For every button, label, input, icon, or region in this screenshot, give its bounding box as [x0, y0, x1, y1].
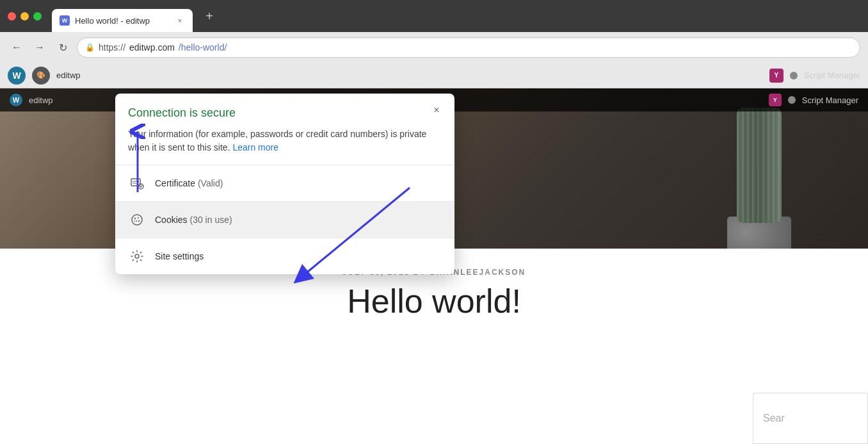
refresh-button[interactable]: ↻ — [54, 38, 72, 56]
plant-body — [737, 108, 782, 223]
url-domain: editwp.com — [129, 42, 175, 53]
traffic-lights — [8, 12, 42, 21]
svg-point-9 — [136, 220, 137, 222]
svg-point-7 — [134, 218, 136, 219]
site-wp-icon: W — [10, 94, 22, 106]
post-title: Hello world! — [347, 282, 521, 320]
svg-point-12 — [135, 254, 139, 258]
security-popup: × Connection is secure Your information … — [115, 94, 454, 274]
search-placeholder: Sear — [763, 413, 785, 424]
popup-description: Your information (for example, passwords… — [128, 127, 442, 154]
svg-point-11 — [134, 220, 135, 222]
website-body: July 30, 2018 by BrianLeeJackson Hello w… — [0, 249, 868, 444]
status-dot — [790, 72, 798, 79]
wordpress-icon[interactable]: W — [8, 67, 26, 85]
site-yoast-icon: Y — [769, 94, 782, 106]
popup-title: Connection is secure — [128, 106, 442, 120]
browser-tab[interactable]: W Hello world! - editwp × — [52, 9, 193, 32]
arrow-up — [125, 122, 150, 201]
svg-point-10 — [138, 220, 140, 222]
certificate-label: Certificate (Valid) — [155, 178, 223, 188]
site-status-dot — [788, 96, 796, 104]
cookies-icon — [128, 211, 146, 229]
maximize-traffic-light[interactable] — [33, 12, 42, 21]
cookies-label: Cookies (30 in use) — [155, 215, 232, 225]
forward-button[interactable]: → — [31, 38, 49, 56]
site-script-manager: Script Manager — [802, 95, 858, 105]
learn-more-link[interactable]: Learn more — [232, 142, 278, 152]
svg-point-8 — [138, 217, 139, 218]
site-name-toolbar: editwp — [29, 95, 53, 105]
tab-favicon: W — [60, 15, 70, 26]
address-bar[interactable]: 🔒 https://editwp.com/hello-world/ — [77, 37, 860, 58]
certificate-item[interactable]: Certificate (Valid) — [115, 165, 454, 202]
site-label: editwp — [56, 70, 81, 80]
svg-point-6 — [132, 215, 142, 225]
popup-items: Certificate (Valid) — [115, 165, 454, 274]
url-scheme: https:// — [99, 42, 125, 53]
url-path: /hello-world/ — [179, 42, 227, 53]
brush-ext-icon[interactable]: 🎨 — [32, 67, 50, 85]
site-settings-icon — [128, 247, 146, 265]
tab-close-button[interactable]: × — [175, 15, 185, 26]
script-manager-label: Script Manager — [804, 70, 860, 80]
site-settings-label: Site settings — [155, 251, 204, 261]
popup-close-button[interactable]: × — [429, 103, 444, 118]
popup-header: × Connection is secure Your information … — [115, 94, 454, 165]
title-bar: W Hello world! - editwp × + — [0, 0, 868, 32]
tab-title: Hello world! - editwp — [75, 16, 170, 26]
plant-stripes — [737, 108, 782, 223]
lock-icon: 🔒 — [85, 43, 95, 52]
browser-frame: W Hello world! - editwp × + ← → ↻ 🔒 http… — [0, 0, 868, 444]
search-widget[interactable]: Sear — [753, 393, 868, 444]
site-settings-item[interactable]: Site settings — [115, 238, 454, 274]
cookies-item[interactable]: Cookies (30 in use) — [115, 202, 454, 238]
close-traffic-light[interactable] — [8, 12, 16, 21]
extension-toolbar: W 🎨 editwp Y Script Manager — [0, 63, 868, 88]
minimize-traffic-light[interactable] — [20, 12, 29, 21]
back-button[interactable]: ← — [8, 38, 26, 56]
yoast-icon[interactable]: Y — [769, 69, 784, 83]
main-content: W editwp Y Script Manager July 30, — [0, 88, 868, 444]
new-tab-button[interactable]: + — [200, 7, 218, 25]
navigation-bar: ← → ↻ 🔒 https://editwp.com/hello-world/ — [0, 32, 868, 63]
